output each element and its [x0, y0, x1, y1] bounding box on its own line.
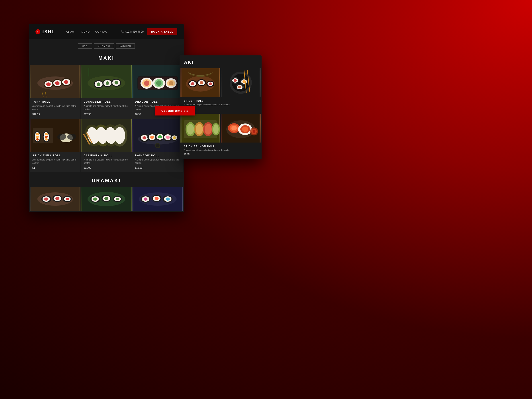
- svg-point-7: [55, 81, 60, 85]
- svg-point-76: [165, 136, 170, 139]
- cucumber-roll-desc: A simple and elegant roll with raw tuna …: [83, 104, 129, 111]
- phone-text: (123) 456-7890: [126, 30, 144, 33]
- dragon-roll-name: DRAGON ROLL: [135, 101, 180, 103]
- spicy-tuna-image: [30, 119, 81, 152]
- svg-point-51: [67, 134, 76, 140]
- book-table-button[interactable]: BOOK A TABLE: [147, 28, 177, 35]
- svg-point-48: [45, 138, 48, 140]
- tab-sashimi[interactable]: SASHIMI: [116, 44, 135, 49]
- svg-point-143: [187, 124, 194, 134]
- nav-links: ABOUT MENU CONTACT: [66, 30, 109, 33]
- svg-point-86: [44, 197, 48, 201]
- navigation: ● ISHI ABOUT MENU CONTACT 📞 (123) 456-78…: [29, 24, 184, 39]
- uramaki-menu-grid: [29, 187, 184, 212]
- spider-roll-name: SPIDER ROLL: [184, 100, 257, 102]
- svg-point-79: [173, 136, 176, 139]
- uramaki-item-2-image: [81, 187, 132, 211]
- svg-point-122: [200, 81, 203, 84]
- svg-point-50: [57, 134, 66, 140]
- phone-number: 📞 (123) 456-7890: [121, 30, 144, 33]
- svg-point-30: [144, 81, 149, 86]
- nav-about[interactable]: ABOUT: [66, 30, 76, 33]
- svg-point-157: [242, 127, 248, 132]
- svg-point-97: [93, 197, 97, 201]
- list-item: [221, 114, 261, 143]
- spicy-salmon-roll-price: $9.99: [184, 153, 257, 155]
- spicy-tuna-info: SPICY TUNA ROLL A simple and elegant rol…: [30, 152, 81, 172]
- california-roll-photo: [81, 119, 132, 152]
- logo: ● ISHI: [35, 29, 54, 35]
- svg-point-23: [115, 81, 118, 84]
- svg-point-114: [165, 197, 170, 201]
- cucumber-roll-price: $12.99: [83, 113, 129, 115]
- svg-point-137: [238, 86, 241, 89]
- svg-point-160: [253, 130, 255, 133]
- spicy-tuna-price: $1: [32, 166, 78, 169]
- svg-point-149: [213, 124, 219, 134]
- california-roll-desc: A simple and elegant roll with raw tuna …: [83, 158, 129, 165]
- list-item: TUNA ROLL A simple and elegant roll with…: [30, 65, 81, 119]
- maki-section-title: MAKI: [29, 53, 184, 65]
- dragon-roll-photo: [132, 65, 183, 98]
- list-item: RAINBOW ROLL A simple and elegant roll w…: [132, 119, 183, 172]
- svg-point-17: [97, 82, 101, 86]
- list-item: CALIFORNIA ROLL A simple and elegant rol…: [81, 119, 132, 172]
- rainbow-roll-name: RAINBOW ROLL: [135, 154, 180, 157]
- nav-menu[interactable]: MENU: [81, 30, 90, 33]
- spicy-salmon-roll-info: SPICY SALMON ROLL A simple and elegant r…: [180, 143, 261, 159]
- svg-point-125: [209, 82, 212, 85]
- svg-point-41: [36, 133, 39, 135]
- spicy-tuna-desc: A simple and elegant roll with raw tuna …: [32, 158, 78, 165]
- cucumber-roll-info: CUCUMBER ROLL A simple and elegant roll …: [81, 98, 132, 119]
- svg-point-73: [158, 135, 162, 138]
- california-roll-image: [81, 119, 132, 152]
- rainbow-roll-photo: [132, 119, 183, 152]
- cucumber-roll-image: [81, 65, 132, 98]
- tuna-roll-desc: A simple and elegant roll with raw tuna …: [32, 104, 78, 111]
- get-template-button[interactable]: Get this template: [155, 106, 195, 115]
- list-item: [180, 68, 220, 97]
- roll-image-top-right: [221, 68, 261, 97]
- svg-point-43: [36, 138, 39, 140]
- svg-point-147: [205, 124, 212, 134]
- list-item: SPICY TUNA ROLL A simple and elegant rol…: [30, 119, 81, 172]
- svg-point-108: [143, 197, 147, 201]
- phone-icon: 📞: [121, 30, 124, 33]
- main-website-card: ● ISHI ABOUT MENU CONTACT 📞 (123) 456-78…: [29, 24, 184, 212]
- svg-point-100: [104, 197, 108, 200]
- spicy-salmon-roll-name: SPICY SALMON ROLL: [184, 145, 257, 148]
- list-item: CUCUMBER ROLL A simple and elegant roll …: [81, 65, 132, 119]
- rainbow-roll-image: [132, 119, 183, 152]
- tuna-roll-info: TUNA ROLL A simple and elegant roll with…: [30, 98, 81, 119]
- svg-point-67: [142, 136, 146, 139]
- svg-point-81: [156, 144, 159, 147]
- tuna-roll-image: [30, 65, 81, 98]
- svg-point-20: [106, 81, 109, 85]
- svg-point-119: [191, 82, 194, 85]
- rainbow-roll-price: $12.99: [135, 166, 180, 169]
- california-roll-price: $11.99: [83, 166, 129, 169]
- spicy-salmon-roll-desc: A simple and elegant roll with raw tuna …: [184, 149, 257, 152]
- list-item: [221, 68, 261, 97]
- logo-text: ISHI: [42, 29, 54, 35]
- spicy-tuna-photo: [30, 119, 81, 152]
- rainbow-roll-info: RAINBOW ROLL A simple and elegant roll w…: [132, 152, 183, 172]
- list-item: [132, 187, 183, 211]
- logo-icon: ●: [35, 29, 40, 34]
- tuna-roll-name: TUNA ROLL: [32, 101, 78, 103]
- spider-roll-image-top: [180, 68, 220, 97]
- spider-roll-desc: A simple and elegant roll with raw tuna …: [184, 103, 257, 106]
- svg-point-46: [45, 133, 48, 135]
- uramaki-item-3-image: [132, 187, 183, 211]
- svg-point-60: [114, 127, 125, 144]
- tab-uramaki[interactable]: URAMAKI: [94, 44, 114, 49]
- nav-contact[interactable]: CONTACT: [95, 30, 109, 33]
- list-item: [30, 187, 81, 211]
- tab-maki[interactable]: MAKI: [78, 44, 92, 49]
- tuna-roll-price: $12.99: [32, 113, 78, 115]
- dragon-roll-image: [132, 65, 183, 98]
- svg-point-33: [156, 81, 161, 86]
- uramaki-section-title: URAMAKI: [29, 172, 184, 187]
- roll-image-bottom-left: [180, 114, 220, 143]
- svg-point-36: [169, 81, 173, 85]
